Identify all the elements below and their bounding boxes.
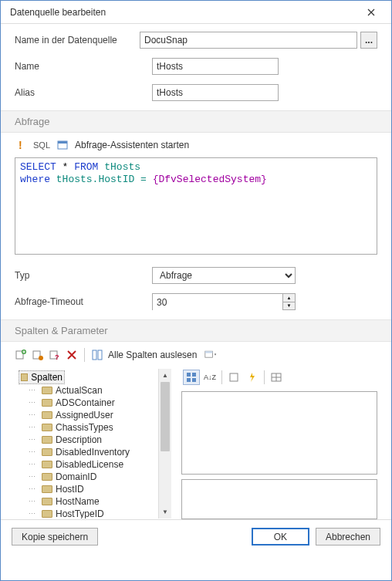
svg-rect-2 bbox=[58, 141, 67, 144]
tree-scrollbar[interactable]: ▲ ▼ bbox=[158, 369, 171, 519]
column-icon bbox=[42, 424, 52, 431]
property-grid[interactable] bbox=[181, 391, 377, 475]
tree-branch-icon: ⋯ bbox=[25, 461, 39, 468]
tree-item-label: ActualScan bbox=[56, 385, 103, 396]
tree-item[interactable]: ⋯HostName bbox=[23, 495, 158, 508]
tree-branch-icon: ⋯ bbox=[25, 399, 39, 407]
query-wizard-button[interactable]: Abfrage-Assistenten starten bbox=[75, 140, 189, 150]
query-toolbar: ! SQL Abfrage-Assistenten starten bbox=[15, 133, 377, 157]
tree-branch-icon: ⋯ bbox=[25, 485, 39, 493]
property-description bbox=[181, 479, 377, 519]
tree-root-spalten[interactable]: Spalten bbox=[19, 370, 65, 384]
query-wizard-icon[interactable] bbox=[56, 139, 69, 151]
close-button[interactable] bbox=[356, 2, 387, 23]
column-icon bbox=[42, 473, 52, 481]
spinner-up-icon[interactable]: ▲ bbox=[283, 294, 295, 302]
column-icon bbox=[42, 436, 52, 444]
typ-select[interactable]: Abfrage bbox=[152, 267, 296, 284]
name-input[interactable] bbox=[152, 58, 279, 75]
column-icon bbox=[42, 461, 52, 468]
label-typ: Typ bbox=[15, 270, 152, 281]
tree-branch-icon: ⋯ bbox=[25, 473, 39, 481]
label-name-in-ds: Name in der Datenquelle bbox=[15, 35, 140, 46]
tree-branch-icon: ⋯ bbox=[25, 387, 39, 394]
prop-page-button[interactable] bbox=[225, 370, 242, 385]
section-abfrage: Abfrage bbox=[1, 110, 391, 133]
tree-item[interactable]: ⋯AssignedUser bbox=[23, 409, 158, 421]
spinner-down-icon[interactable]: ▼ bbox=[283, 302, 295, 310]
sql-editor[interactable]: SELECT * FROM tHosts where tHosts.HostID… bbox=[15, 157, 377, 255]
svg-rect-15 bbox=[187, 378, 191, 382]
column-icon bbox=[42, 485, 52, 493]
column-icon bbox=[42, 510, 52, 518]
column-icon bbox=[42, 411, 52, 419]
svg-rect-9 bbox=[93, 350, 96, 360]
scroll-track[interactable] bbox=[159, 451, 171, 505]
section-spalten-parameter: Spalten & Parameter bbox=[1, 319, 391, 342]
svg-text:!: ! bbox=[19, 140, 22, 150]
tree-item[interactable]: ⋯ADSContainer bbox=[23, 397, 158, 409]
timeout-input[interactable]: ▲ ▼ bbox=[152, 293, 296, 310]
separator bbox=[264, 370, 265, 384]
tree-branch-icon: ⋯ bbox=[25, 436, 39, 444]
svg-rect-10 bbox=[98, 350, 102, 360]
folder-icon bbox=[21, 373, 28, 381]
timeout-value[interactable] bbox=[153, 294, 282, 311]
column-icon bbox=[42, 399, 52, 407]
column-icon bbox=[42, 387, 52, 394]
tree-branch-icon: ⋯ bbox=[25, 424, 39, 431]
tree-root-label: Spalten bbox=[31, 372, 63, 383]
tree-item[interactable]: ⋯HostTypeID bbox=[23, 508, 158, 519]
label-name: Name bbox=[15, 61, 152, 72]
save-copy-button[interactable]: Kopie speichern bbox=[12, 528, 98, 546]
scroll-down-icon[interactable]: ▼ bbox=[159, 505, 171, 519]
tree-item[interactable]: ⋯ChassisTypes bbox=[23, 421, 158, 434]
column-icon bbox=[42, 498, 52, 505]
scroll-thumb[interactable] bbox=[161, 382, 170, 451]
tree-item-label: DisabledLicense bbox=[56, 459, 123, 470]
tree-branch-icon: ⋯ bbox=[25, 510, 39, 518]
svg-rect-14 bbox=[192, 373, 196, 377]
window-title: Datenquelle bearbeiten bbox=[10, 7, 356, 18]
svg-text:?: ? bbox=[55, 353, 59, 361]
column-icon bbox=[42, 448, 52, 456]
alias-input[interactable] bbox=[152, 84, 279, 101]
tree-item[interactable]: ⋯ActualScan bbox=[23, 384, 158, 397]
view-options-icon[interactable] bbox=[204, 349, 217, 361]
calc-column-icon[interactable] bbox=[32, 349, 44, 361]
sql-label: SQL bbox=[33, 140, 50, 150]
prop-lightning-button[interactable] bbox=[244, 370, 261, 385]
tree-branch-icon: ⋯ bbox=[25, 448, 39, 456]
param-column-icon[interactable]: ? bbox=[49, 349, 61, 361]
tree-item[interactable]: ⋯Description bbox=[23, 434, 158, 446]
svg-rect-17 bbox=[230, 373, 238, 381]
alphabetical-view-button[interactable]: A↓Z bbox=[201, 370, 218, 385]
refresh-columns-icon[interactable] bbox=[91, 349, 103, 361]
columns-tree[interactable]: Spalten ⋯ActualScan⋯ADSContainer⋯Assigne… bbox=[15, 368, 172, 519]
categorized-view-button[interactable] bbox=[183, 370, 200, 385]
read-all-columns-button[interactable]: Alle Spalten auslesen bbox=[108, 350, 197, 360]
sort-az-icon: A↓Z bbox=[204, 373, 216, 381]
tree-item[interactable]: ⋯HostID bbox=[23, 483, 158, 495]
label-timeout: Abfrage-Timeout bbox=[15, 296, 152, 307]
warning-icon: ! bbox=[15, 139, 27, 151]
scroll-up-icon[interactable]: ▲ bbox=[159, 369, 171, 382]
svg-rect-13 bbox=[187, 373, 191, 377]
tree-item-label: ChassisTypes bbox=[56, 422, 113, 433]
prop-grid-button[interactable] bbox=[268, 370, 285, 385]
name-in-ds-input[interactable] bbox=[140, 32, 357, 49]
tree-branch-icon: ⋯ bbox=[25, 411, 39, 419]
property-toolbar: A↓Z bbox=[181, 368, 377, 387]
tree-item[interactable]: ⋯DisabledLicense bbox=[23, 458, 158, 471]
delete-icon[interactable] bbox=[66, 349, 78, 361]
tree-item[interactable]: ⋯DomainID bbox=[23, 471, 158, 483]
browse-datasource-button[interactable]: ... bbox=[360, 32, 377, 49]
separator bbox=[221, 370, 222, 384]
separator bbox=[84, 348, 85, 362]
tree-item-label: DisabledInventory bbox=[56, 447, 130, 458]
tree-item[interactable]: ⋯DisabledInventory bbox=[23, 446, 158, 458]
cancel-button[interactable]: Abbrechen bbox=[316, 528, 380, 546]
ok-button[interactable]: OK bbox=[252, 528, 309, 546]
add-column-icon[interactable] bbox=[15, 349, 27, 361]
columns-toolbar: ? Alle Spalten auslesen bbox=[15, 342, 377, 368]
